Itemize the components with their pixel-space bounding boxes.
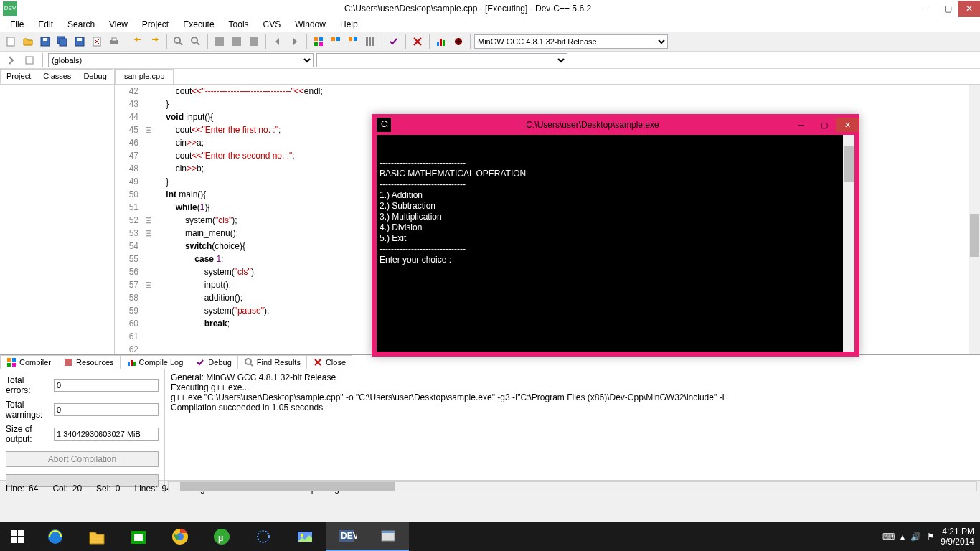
svg-rect-35 bbox=[65, 359, 72, 366]
editor-tabs: sample.cpp bbox=[115, 69, 980, 85]
task-chrome[interactable] bbox=[159, 522, 201, 551]
action-center-icon[interactable]: ⚑ bbox=[927, 532, 935, 542]
print-button[interactable] bbox=[106, 34, 122, 50]
rebuild-button[interactable] bbox=[311, 34, 326, 50]
minimize-button[interactable]: ─ bbox=[915, 1, 937, 17]
console-minimize-button[interactable]: ─ bbox=[790, 118, 813, 132]
menu-execute[interactable]: Execute bbox=[176, 18, 221, 31]
svg-rect-34 bbox=[12, 363, 16, 367]
svg-rect-25 bbox=[372, 37, 374, 46]
errors-field[interactable] bbox=[54, 379, 159, 392]
bottom-tab-compiler[interactable]: Compiler bbox=[0, 355, 57, 369]
svg-rect-14 bbox=[250, 37, 258, 46]
tray-chevron-icon[interactable]: ▴ bbox=[900, 532, 905, 542]
warnings-field[interactable] bbox=[54, 403, 159, 416]
find-button[interactable] bbox=[171, 34, 187, 50]
new-file-button[interactable] bbox=[3, 34, 19, 50]
save-as-button[interactable] bbox=[72, 34, 88, 50]
menu-project[interactable]: Project bbox=[135, 18, 176, 31]
bottom-tab-compile-log[interactable]: Compile Log bbox=[120, 355, 190, 369]
replace-button[interactable] bbox=[188, 34, 204, 50]
console-titlebar[interactable]: C:\ C:\Users\user\Desktop\sample.exe ─ ▢… bbox=[372, 115, 859, 135]
menu-tools[interactable]: Tools bbox=[222, 18, 256, 31]
editor-scrollbar[interactable] bbox=[969, 85, 980, 354]
task-explorer[interactable] bbox=[76, 522, 118, 551]
goto-class-button[interactable] bbox=[22, 52, 37, 68]
console-close-button[interactable]: ✕ bbox=[836, 118, 859, 132]
menu-cvs[interactable]: CVS bbox=[256, 18, 288, 31]
bottom-tab-resources[interactable]: Resources bbox=[57, 355, 121, 369]
menu-help[interactable]: Help bbox=[333, 18, 365, 31]
goto-func-button[interactable] bbox=[3, 52, 19, 68]
project-options-button[interactable] bbox=[362, 34, 378, 50]
start-button[interactable] bbox=[0, 522, 34, 551]
bottom-tab-find-results[interactable]: Find Results bbox=[237, 355, 307, 369]
debug-icon-button[interactable] bbox=[451, 34, 466, 50]
svg-rect-32 bbox=[12, 358, 16, 362]
menu-file[interactable]: File bbox=[3, 18, 31, 31]
panel-tab-classes[interactable]: Classes bbox=[37, 69, 77, 84]
gutter: 4243444546474849505152535455565758596061… bbox=[115, 85, 143, 354]
open-button[interactable] bbox=[20, 34, 36, 50]
svg-rect-21 bbox=[349, 37, 352, 41]
task-console[interactable] bbox=[367, 522, 409, 551]
maximize-button[interactable]: ▢ bbox=[937, 1, 958, 17]
save-button[interactable] bbox=[37, 34, 53, 50]
menu-edit[interactable]: Edit bbox=[31, 18, 60, 31]
errors-label: Total errors: bbox=[6, 375, 51, 395]
compile-button[interactable] bbox=[212, 34, 227, 50]
debug-button[interactable] bbox=[328, 34, 344, 50]
svg-rect-31 bbox=[7, 358, 11, 362]
check-button[interactable] bbox=[386, 34, 402, 50]
panel-tab-debug[interactable]: Debug bbox=[77, 69, 113, 84]
svg-rect-17 bbox=[314, 42, 318, 46]
undo-button[interactable] bbox=[130, 34, 146, 50]
save-all-button[interactable] bbox=[55, 34, 70, 50]
console-scrollbar[interactable] bbox=[843, 135, 854, 352]
console-maximize-button[interactable]: ▢ bbox=[813, 118, 836, 132]
console-output[interactable]: ------------------------------BASIC MATH… bbox=[377, 135, 854, 352]
compile-log[interactable]: General: MinGW GCC 4.8.1 32-bit ReleaseE… bbox=[165, 369, 980, 493]
task-photos[interactable] bbox=[284, 522, 326, 551]
task-store[interactable] bbox=[118, 522, 159, 551]
close-button[interactable]: ✕ bbox=[958, 1, 980, 17]
log-hscroll[interactable] bbox=[168, 481, 977, 491]
bottom-tab-debug[interactable]: Debug bbox=[189, 355, 237, 369]
member-select[interactable] bbox=[316, 53, 567, 67]
abort-compilation-button[interactable]: Abort Compilation bbox=[6, 451, 159, 467]
bottom-tabs: CompilerResourcesCompile LogDebugFind Re… bbox=[0, 355, 980, 369]
svg-rect-45 bbox=[18, 537, 24, 543]
volume-icon[interactable]: 🔊 bbox=[910, 532, 921, 542]
back-button[interactable] bbox=[270, 34, 286, 50]
compile-run-button[interactable] bbox=[246, 34, 262, 50]
task-utorrent[interactable]: μ bbox=[201, 522, 242, 551]
svg-rect-15 bbox=[314, 37, 318, 41]
fold-column[interactable]: ⊟⊟⊟⊟ bbox=[143, 85, 154, 354]
panel-tab-project[interactable]: Project bbox=[0, 69, 37, 84]
taskbar: μ DEV ⌨ ▴ 🔊 ⚑ 4:21 PM 9/9/2014 bbox=[0, 522, 980, 551]
left-panel: ProjectClassesDebug bbox=[0, 69, 115, 354]
task-devcpp[interactable]: DEV bbox=[326, 522, 367, 551]
close-file-button[interactable] bbox=[89, 34, 105, 50]
svg-point-39 bbox=[245, 359, 251, 364]
profile-button[interactable] bbox=[345, 34, 361, 50]
run-button[interactable] bbox=[229, 34, 245, 50]
size-field[interactable] bbox=[54, 428, 159, 441]
menu-window[interactable]: Window bbox=[288, 18, 333, 31]
task-ie[interactable] bbox=[34, 522, 76, 551]
console-window[interactable]: C:\ C:\Users\user\Desktop\sample.exe ─ ▢… bbox=[372, 114, 859, 357]
clear-button[interactable] bbox=[410, 34, 425, 50]
clock[interactable]: 4:21 PM 9/9/2014 bbox=[941, 527, 974, 547]
editor-tab-sample[interactable]: sample.cpp bbox=[115, 69, 174, 84]
task-app1[interactable] bbox=[242, 522, 284, 551]
stats-button[interactable] bbox=[433, 34, 449, 50]
menu-view[interactable]: View bbox=[102, 18, 135, 31]
forward-button[interactable] bbox=[287, 34, 303, 50]
redo-button[interactable] bbox=[147, 34, 163, 50]
menu-search[interactable]: Search bbox=[60, 18, 102, 31]
scope-select[interactable]: (globals) bbox=[48, 53, 314, 67]
keyboard-icon[interactable]: ⌨ bbox=[882, 532, 895, 542]
bottom-tab-close[interactable]: Close bbox=[306, 355, 352, 369]
compiler-select[interactable]: MinGW GCC 4.8.1 32-bit Release bbox=[474, 34, 668, 49]
scope-toolbar: (globals) bbox=[0, 52, 980, 69]
